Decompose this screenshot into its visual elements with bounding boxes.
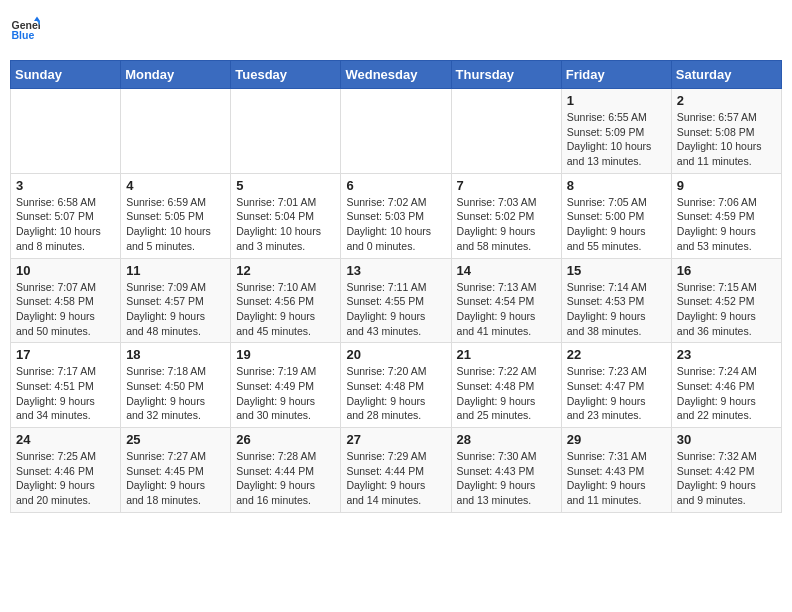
day-number: 2	[677, 93, 776, 108]
day-number: 1	[567, 93, 666, 108]
day-info: Sunrise: 7:23 AM Sunset: 4:47 PM Dayligh…	[567, 364, 666, 423]
day-info: Sunrise: 7:19 AM Sunset: 4:49 PM Dayligh…	[236, 364, 335, 423]
day-info: Sunrise: 7:28 AM Sunset: 4:44 PM Dayligh…	[236, 449, 335, 508]
day-info: Sunrise: 7:25 AM Sunset: 4:46 PM Dayligh…	[16, 449, 115, 508]
weekday-header-thursday: Thursday	[451, 61, 561, 89]
day-number: 19	[236, 347, 335, 362]
calendar-cell: 27Sunrise: 7:29 AM Sunset: 4:44 PM Dayli…	[341, 428, 451, 513]
calendar-cell	[231, 89, 341, 174]
day-number: 7	[457, 178, 556, 193]
day-number: 15	[567, 263, 666, 278]
day-info: Sunrise: 7:22 AM Sunset: 4:48 PM Dayligh…	[457, 364, 556, 423]
svg-text:Blue: Blue	[12, 29, 35, 41]
calendar-table: SundayMondayTuesdayWednesdayThursdayFrid…	[10, 60, 782, 513]
day-info: Sunrise: 7:06 AM Sunset: 4:59 PM Dayligh…	[677, 195, 776, 254]
calendar-cell: 30Sunrise: 7:32 AM Sunset: 4:42 PM Dayli…	[671, 428, 781, 513]
calendar-cell: 28Sunrise: 7:30 AM Sunset: 4:43 PM Dayli…	[451, 428, 561, 513]
week-row-4: 17Sunrise: 7:17 AM Sunset: 4:51 PM Dayli…	[11, 343, 782, 428]
day-number: 30	[677, 432, 776, 447]
day-info: Sunrise: 7:07 AM Sunset: 4:58 PM Dayligh…	[16, 280, 115, 339]
calendar-cell: 4Sunrise: 6:59 AM Sunset: 5:05 PM Daylig…	[121, 173, 231, 258]
day-info: Sunrise: 7:03 AM Sunset: 5:02 PM Dayligh…	[457, 195, 556, 254]
calendar-cell: 13Sunrise: 7:11 AM Sunset: 4:55 PM Dayli…	[341, 258, 451, 343]
logo: General Blue	[10, 15, 45, 45]
day-info: Sunrise: 7:01 AM Sunset: 5:04 PM Dayligh…	[236, 195, 335, 254]
day-number: 27	[346, 432, 445, 447]
calendar-cell	[341, 89, 451, 174]
day-info: Sunrise: 6:55 AM Sunset: 5:09 PM Dayligh…	[567, 110, 666, 169]
calendar-cell: 3Sunrise: 6:58 AM Sunset: 5:07 PM Daylig…	[11, 173, 121, 258]
week-row-5: 24Sunrise: 7:25 AM Sunset: 4:46 PM Dayli…	[11, 428, 782, 513]
calendar-cell: 15Sunrise: 7:14 AM Sunset: 4:53 PM Dayli…	[561, 258, 671, 343]
day-info: Sunrise: 7:15 AM Sunset: 4:52 PM Dayligh…	[677, 280, 776, 339]
day-info: Sunrise: 7:27 AM Sunset: 4:45 PM Dayligh…	[126, 449, 225, 508]
day-number: 10	[16, 263, 115, 278]
day-info: Sunrise: 7:02 AM Sunset: 5:03 PM Dayligh…	[346, 195, 445, 254]
calendar-cell: 23Sunrise: 7:24 AM Sunset: 4:46 PM Dayli…	[671, 343, 781, 428]
day-number: 8	[567, 178, 666, 193]
day-number: 26	[236, 432, 335, 447]
day-info: Sunrise: 7:29 AM Sunset: 4:44 PM Dayligh…	[346, 449, 445, 508]
day-number: 11	[126, 263, 225, 278]
calendar-cell: 16Sunrise: 7:15 AM Sunset: 4:52 PM Dayli…	[671, 258, 781, 343]
calendar-cell: 6Sunrise: 7:02 AM Sunset: 5:03 PM Daylig…	[341, 173, 451, 258]
day-info: Sunrise: 7:10 AM Sunset: 4:56 PM Dayligh…	[236, 280, 335, 339]
day-info: Sunrise: 7:20 AM Sunset: 4:48 PM Dayligh…	[346, 364, 445, 423]
day-info: Sunrise: 7:24 AM Sunset: 4:46 PM Dayligh…	[677, 364, 776, 423]
weekday-header-sunday: Sunday	[11, 61, 121, 89]
day-number: 29	[567, 432, 666, 447]
week-row-2: 3Sunrise: 6:58 AM Sunset: 5:07 PM Daylig…	[11, 173, 782, 258]
calendar-cell: 10Sunrise: 7:07 AM Sunset: 4:58 PM Dayli…	[11, 258, 121, 343]
day-number: 14	[457, 263, 556, 278]
calendar-cell	[451, 89, 561, 174]
calendar-cell	[121, 89, 231, 174]
day-number: 17	[16, 347, 115, 362]
day-number: 25	[126, 432, 225, 447]
weekday-header-monday: Monday	[121, 61, 231, 89]
day-info: Sunrise: 7:11 AM Sunset: 4:55 PM Dayligh…	[346, 280, 445, 339]
calendar-cell: 5Sunrise: 7:01 AM Sunset: 5:04 PM Daylig…	[231, 173, 341, 258]
weekday-header-friday: Friday	[561, 61, 671, 89]
day-number: 28	[457, 432, 556, 447]
calendar-cell: 29Sunrise: 7:31 AM Sunset: 4:43 PM Dayli…	[561, 428, 671, 513]
day-info: Sunrise: 7:18 AM Sunset: 4:50 PM Dayligh…	[126, 364, 225, 423]
calendar-cell: 14Sunrise: 7:13 AM Sunset: 4:54 PM Dayli…	[451, 258, 561, 343]
day-number: 3	[16, 178, 115, 193]
calendar-cell	[11, 89, 121, 174]
calendar-cell: 24Sunrise: 7:25 AM Sunset: 4:46 PM Dayli…	[11, 428, 121, 513]
weekday-header-tuesday: Tuesday	[231, 61, 341, 89]
day-info: Sunrise: 7:14 AM Sunset: 4:53 PM Dayligh…	[567, 280, 666, 339]
day-info: Sunrise: 7:05 AM Sunset: 5:00 PM Dayligh…	[567, 195, 666, 254]
calendar-cell: 26Sunrise: 7:28 AM Sunset: 4:44 PM Dayli…	[231, 428, 341, 513]
day-info: Sunrise: 7:30 AM Sunset: 4:43 PM Dayligh…	[457, 449, 556, 508]
calendar-cell: 19Sunrise: 7:19 AM Sunset: 4:49 PM Dayli…	[231, 343, 341, 428]
weekday-header-row: SundayMondayTuesdayWednesdayThursdayFrid…	[11, 61, 782, 89]
day-info: Sunrise: 7:31 AM Sunset: 4:43 PM Dayligh…	[567, 449, 666, 508]
day-number: 20	[346, 347, 445, 362]
calendar-cell: 1Sunrise: 6:55 AM Sunset: 5:09 PM Daylig…	[561, 89, 671, 174]
day-number: 23	[677, 347, 776, 362]
calendar-cell: 18Sunrise: 7:18 AM Sunset: 4:50 PM Dayli…	[121, 343, 231, 428]
day-number: 4	[126, 178, 225, 193]
day-info: Sunrise: 6:57 AM Sunset: 5:08 PM Dayligh…	[677, 110, 776, 169]
calendar-cell: 17Sunrise: 7:17 AM Sunset: 4:51 PM Dayli…	[11, 343, 121, 428]
day-info: Sunrise: 7:13 AM Sunset: 4:54 PM Dayligh…	[457, 280, 556, 339]
calendar-cell: 21Sunrise: 7:22 AM Sunset: 4:48 PM Dayli…	[451, 343, 561, 428]
day-info: Sunrise: 7:32 AM Sunset: 4:42 PM Dayligh…	[677, 449, 776, 508]
day-number: 9	[677, 178, 776, 193]
day-info: Sunrise: 7:17 AM Sunset: 4:51 PM Dayligh…	[16, 364, 115, 423]
day-info: Sunrise: 6:59 AM Sunset: 5:05 PM Dayligh…	[126, 195, 225, 254]
day-number: 5	[236, 178, 335, 193]
calendar-cell: 25Sunrise: 7:27 AM Sunset: 4:45 PM Dayli…	[121, 428, 231, 513]
day-number: 6	[346, 178, 445, 193]
calendar-cell: 22Sunrise: 7:23 AM Sunset: 4:47 PM Dayli…	[561, 343, 671, 428]
calendar-cell: 12Sunrise: 7:10 AM Sunset: 4:56 PM Dayli…	[231, 258, 341, 343]
week-row-1: 1Sunrise: 6:55 AM Sunset: 5:09 PM Daylig…	[11, 89, 782, 174]
calendar-cell: 2Sunrise: 6:57 AM Sunset: 5:08 PM Daylig…	[671, 89, 781, 174]
weekday-header-saturday: Saturday	[671, 61, 781, 89]
day-number: 13	[346, 263, 445, 278]
day-number: 12	[236, 263, 335, 278]
calendar-cell: 20Sunrise: 7:20 AM Sunset: 4:48 PM Dayli…	[341, 343, 451, 428]
calendar-cell: 8Sunrise: 7:05 AM Sunset: 5:00 PM Daylig…	[561, 173, 671, 258]
logo-icon: General Blue	[10, 15, 40, 45]
